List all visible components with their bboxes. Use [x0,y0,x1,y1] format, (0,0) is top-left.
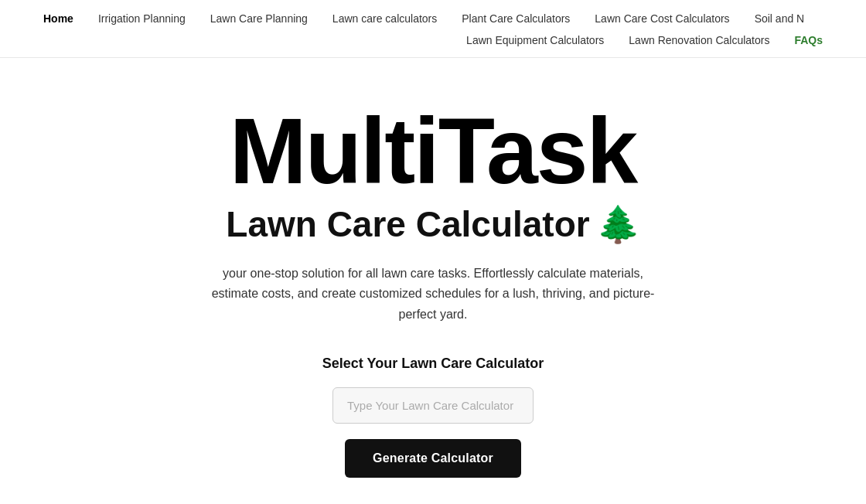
nav-item-lawn-renovation-calculators[interactable]: Lawn Renovation Calculators [616,29,782,51]
hero-section: MultiTask Lawn Care Calculator 🌲 your on… [0,58,866,504]
nav-item-home[interactable]: Home [31,8,86,29]
nav-item-lawn-care-planning[interactable]: Lawn Care Planning [198,8,320,29]
hero-title-sub: Lawn Care Calculator 🌲 [226,203,639,245]
calculator-section: Select Your Lawn Care Calculator Generat… [322,356,544,504]
nav-item-soil-and-n[interactable]: Soil and N [742,8,817,29]
nav-item-faqs[interactable]: FAQs [782,29,835,51]
hero-subtitle-text: Lawn Care Calculator [226,203,589,245]
nav-item-plant-care-calculators[interactable]: Plant Care Calculators [449,8,582,29]
nav-item-irrigation-planning[interactable]: Irrigation Planning [86,8,198,29]
calculator-search-input[interactable] [332,387,534,424]
calculator-section-label: Select Your Lawn Care Calculator [322,356,544,372]
nav-item-lawn-care-calculators[interactable]: Lawn care calculators [320,8,449,29]
nav-item-lawn-equipment-calculators[interactable]: Lawn Equipment Calculators [454,29,616,51]
nav-item-lawn-care-cost-calculators[interactable]: Lawn Care Cost Calculators [582,8,742,29]
hero-description: your one-stop solution for all lawn care… [209,264,657,325]
hero-title-multitask: MultiTask [230,104,637,197]
hero-subtitle-emoji: 🌲 [596,203,640,245]
generate-calculator-button[interactable]: Generate Calculator [345,439,521,478]
